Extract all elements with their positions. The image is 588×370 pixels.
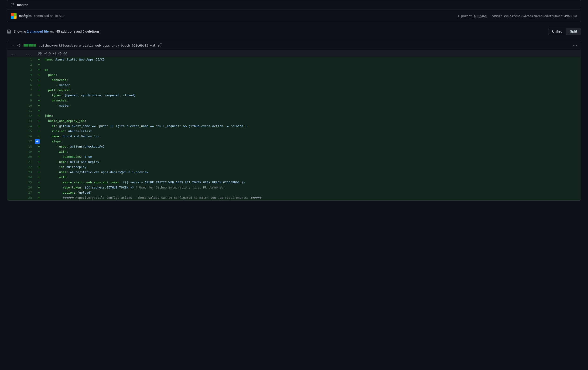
line-number-old[interactable] (7, 134, 21, 139)
line-number-old[interactable] (7, 113, 21, 119)
avatar[interactable] (11, 13, 17, 19)
line-number-new[interactable]: 11 (21, 108, 35, 113)
code-cell[interactable]: + runs-on: ubuntu-latest (35, 129, 581, 134)
line-number-new[interactable]: 7 (21, 88, 35, 93)
line-number-old[interactable] (7, 144, 21, 149)
line-number-new[interactable]: 21 (21, 160, 35, 165)
code-cell[interactable]: + build_and_deploy_job: (35, 119, 581, 124)
code-cell[interactable]: + (35, 108, 581, 113)
line-number-old[interactable] (7, 98, 21, 103)
line-number-new[interactable]: 1 (21, 57, 35, 62)
author-link[interactable]: msftgits (19, 14, 32, 18)
line-number-new[interactable]: 4 (21, 72, 35, 78)
expand-hunk-button[interactable]: ... (7, 50, 21, 57)
code-cell[interactable]: + name: Build and Deploy Job (35, 134, 581, 139)
line-number-new[interactable]: 5 (21, 78, 35, 83)
line-number-old[interactable] (7, 190, 21, 195)
line-number-old[interactable] (7, 154, 21, 160)
line-number-new[interactable]: 19 (21, 149, 35, 154)
commit-date[interactable]: on 15 Mar (50, 14, 64, 18)
line-number-new[interactable]: 15 (21, 129, 35, 134)
line-number-new[interactable]: 16+ (21, 134, 35, 139)
line-number-old[interactable] (7, 78, 21, 83)
line-number-new[interactable]: 12 (21, 113, 35, 119)
line-number-new[interactable]: 27 (21, 190, 35, 195)
line-number-old[interactable] (7, 195, 21, 200)
line-number-new[interactable]: 14 (21, 124, 35, 129)
line-number-old[interactable] (7, 57, 21, 62)
line-number-new[interactable]: 26 (21, 185, 35, 190)
code-cell[interactable]: + ###### Repository/Build Configurations… (35, 195, 581, 200)
unified-view-button[interactable]: Unified (548, 28, 566, 35)
diff-line: 2+ (7, 62, 581, 67)
kebab-icon[interactable] (573, 43, 577, 48)
line-number-old[interactable] (7, 108, 21, 113)
line-number-new[interactable]: 23 (21, 170, 35, 175)
branch-name[interactable]: master (17, 3, 28, 7)
changed-files-link[interactable]: 1 changed file (27, 30, 49, 33)
line-number-new[interactable]: 9 (21, 98, 35, 103)
parent-sha-link[interactable]: b39f46d (474, 14, 487, 18)
line-number-new[interactable]: 28 (21, 195, 35, 200)
line-number-new[interactable]: 2 (21, 62, 35, 67)
line-number-new[interactable]: 24 (21, 175, 35, 180)
line-number-old[interactable] (7, 88, 21, 93)
line-number-old[interactable] (7, 139, 21, 144)
code-cell[interactable]: + push: (35, 72, 581, 78)
line-number-old[interactable] (7, 165, 21, 170)
line-number-old[interactable] (7, 93, 21, 98)
line-number-old[interactable] (7, 103, 21, 108)
code-cell[interactable]: + with: (35, 149, 581, 154)
line-number-new[interactable]: 10 (21, 103, 35, 108)
code-cell[interactable]: + on: (35, 67, 581, 72)
code-cell[interactable]: + branches: (35, 78, 581, 83)
code-cell[interactable]: + azure_static_web_apps_api_token: ${{ s… (35, 180, 581, 185)
line-number-new[interactable]: 25 (21, 180, 35, 185)
code-cell[interactable]: + - master (35, 83, 581, 88)
line-number-new[interactable]: 3 (21, 67, 35, 72)
code-cell[interactable]: + name: Azure Static Web Apps CI/CD (35, 57, 581, 62)
code-cell[interactable]: + jobs: (35, 113, 581, 119)
line-number-old[interactable] (7, 124, 21, 129)
code-cell[interactable]: + - uses: actions/checkout@v2 (35, 144, 581, 149)
line-number-old[interactable] (7, 149, 21, 154)
line-number-new[interactable]: 20 (21, 154, 35, 160)
line-number-new[interactable]: 8 (21, 93, 35, 98)
code-cell[interactable]: + uses: Azure/static-web-apps-deploy@v0.… (35, 170, 581, 175)
line-number-new[interactable]: 18 (21, 144, 35, 149)
code-cell[interactable]: + id: builddeploy (35, 165, 581, 170)
line-number-old[interactable] (7, 119, 21, 124)
line-number-old[interactable] (7, 180, 21, 185)
code-cell[interactable]: + if: github.event_name == 'push' || (gi… (35, 124, 581, 129)
code-cell[interactable]: + pull_request: (35, 88, 581, 93)
code-cell[interactable]: + with: (35, 175, 581, 180)
split-view-button[interactable]: Split (566, 28, 581, 35)
expand-hunk-button[interactable]: ... (21, 50, 35, 57)
line-number-old[interactable] (7, 160, 21, 165)
line-number-old[interactable] (7, 67, 21, 72)
line-number-old[interactable] (7, 129, 21, 134)
add-comment-button[interactable]: + (35, 139, 40, 144)
code-cell[interactable]: + submodules: true (35, 154, 581, 160)
line-number-old[interactable] (7, 170, 21, 175)
line-number-old[interactable] (7, 72, 21, 78)
code-cell[interactable]: + types: [opened, synchronize, reopened,… (35, 93, 581, 98)
line-number-new[interactable]: 22 (21, 165, 35, 170)
line-number-new[interactable]: 6 (21, 83, 35, 88)
code-cell[interactable]: + - name: Build And Deploy (35, 160, 581, 165)
line-number-old[interactable] (7, 83, 21, 88)
line-number-old[interactable] (7, 62, 21, 67)
code-cell[interactable]: + branches: (35, 98, 581, 103)
line-number-new[interactable]: 17 (21, 139, 35, 144)
chevron-down-icon[interactable] (11, 44, 14, 47)
line-number-new[interactable]: 13 (21, 119, 35, 124)
copy-icon[interactable] (158, 43, 162, 47)
code-cell[interactable]: + repo_token: ${{ secrets.GITHUB_TOKEN }… (35, 185, 581, 190)
file-path[interactable]: .github/workflows/azure-static-web-apps-… (39, 44, 156, 47)
line-number-old[interactable] (7, 185, 21, 190)
code-cell[interactable]: + - master (35, 103, 581, 108)
code-cell[interactable]: + steps: (35, 139, 581, 144)
code-cell[interactable]: + action: "upload" (35, 190, 581, 195)
code-cell[interactable]: + (35, 62, 581, 67)
line-number-old[interactable] (7, 175, 21, 180)
